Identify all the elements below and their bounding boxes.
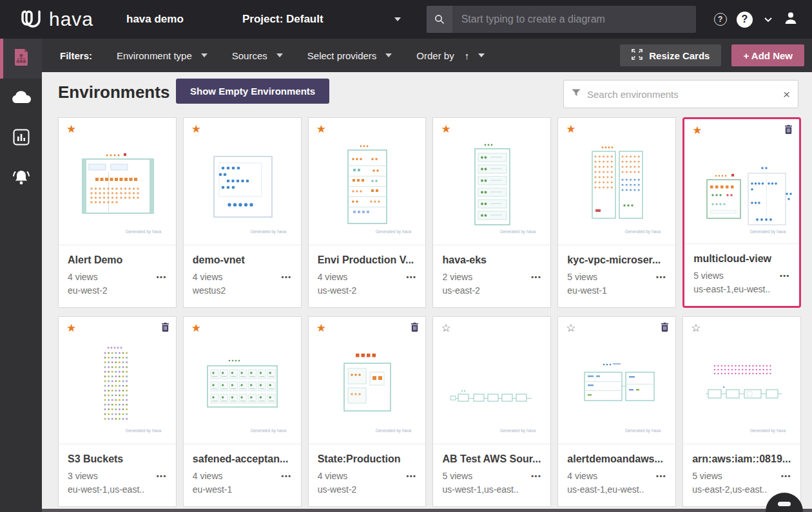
account-chevron-icon[interactable] [764,14,772,25]
environment-card[interactable]: ★Generated by havademo-vnet4 views•••wes… [183,117,302,308]
environment-thumbnail[interactable]: Generated by hava [558,132,675,245]
card-footer: Alert Demo4 views•••eu-west-2 [59,245,176,307]
environment-thumbnail[interactable]: Generated by hava [433,331,550,444]
card-menu-icon[interactable]: ••• [282,273,292,281]
card-footer: alertdemoandaws...4 views•••us-east-1,eu… [558,444,675,506]
filters-label: Filters: [60,50,92,61]
show-empty-environments-button[interactable]: Show Empty Environments [176,79,329,104]
card-menu-icon[interactable]: ••• [406,472,416,480]
environment-thumbnail[interactable]: Generated by hava [184,132,301,245]
card-menu-icon[interactable]: ••• [531,472,541,480]
svg-text:Generated by hava: Generated by hava [500,428,536,433]
regions-label: us-east-1,eu-west.. [567,484,666,495]
card-menu-icon[interactable]: ••• [656,472,666,480]
svg-text:Generated by hava: Generated by hava [126,229,162,234]
filter-sources[interactable]: Sources [232,50,283,61]
project-selector[interactable]: Project: Default [242,13,401,26]
card-menu-icon[interactable]: ••• [157,273,167,281]
chevron-down-icon [276,53,283,57]
regions-label: us-west-2 [318,484,417,495]
regions-label: eu-west-1 [193,484,292,495]
order-by-control[interactable]: Order by ↑ [416,50,485,61]
views-count: 4 views [193,471,223,481]
environment-thumbnail[interactable]: Generated by hava [683,331,800,444]
environment-card[interactable]: ★Generated by havasafened-acceptan...4 v… [183,316,302,507]
svg-text:Generated by hava: Generated by hava [375,229,411,234]
environment-card[interactable]: ★Generated by havaAlert Demo4 views•••eu… [58,117,177,308]
environment-card[interactable]: ★Generated by havaState:Production4 view… [308,316,427,507]
hava-logo[interactable]: hava [18,5,108,33]
svg-text:Generated by hava: Generated by hava [375,428,411,433]
environment-card[interactable]: ☆Generated by havaalertdemoandaws...4 vi… [557,316,676,507]
card-footer: Envi Production V...4 views•••us-west-2 [309,245,426,307]
environments-search-input[interactable] [587,89,783,100]
card-menu-icon[interactable]: ••• [531,273,541,281]
resize-cards-button[interactable]: Resize Cards [620,44,721,66]
environments-doc-icon [13,48,30,70]
create-diagram-input[interactable] [452,6,696,33]
environment-title: AB Test AWS Sour... [442,453,541,465]
filter-sources-label: Sources [232,50,267,61]
environment-thumbnail[interactable]: Generated by hava [684,133,799,243]
environment-card[interactable]: ★Generated by havahava-eks2 views•••us-e… [432,117,551,308]
add-new-button[interactable]: + Add New [731,44,804,66]
environment-card[interactable]: ☆Generated by havaarn:aws:iam::0819...5 … [682,316,801,507]
card-menu-icon[interactable]: ••• [282,472,292,480]
environment-card-grid: ★Generated by havaAlert Demo4 views•••eu… [58,117,801,507]
regions-label: eu-west-2 [68,285,167,296]
regions-label: us-east-2 [442,285,541,296]
filter-environment-type[interactable]: Environment type [117,50,208,61]
svg-text:Generated by hava: Generated by hava [625,428,661,433]
environment-thumbnail[interactable]: Generated by hava [184,331,301,444]
sidebar-item-usage[interactable] [0,119,42,158]
create-diagram-search[interactable] [427,6,696,33]
card-menu-icon[interactable]: ••• [406,273,416,281]
card-menu-icon[interactable]: ••• [780,272,790,280]
filter-providers[interactable]: Select providers [307,50,392,61]
svg-text:Generated by hava: Generated by hava [625,229,661,234]
top-header: hava hava demo Project: Default ? ? [0,0,812,39]
environment-card[interactable]: ★Generated by havaEnvi Production V...4 … [308,117,427,308]
card-footer: S3 Buckets3 views•••eu-west-1,us-east.. [59,444,176,506]
order-by-label: Order by [416,50,454,61]
sidebar-item-sources[interactable] [0,79,42,119]
environment-thumbnail[interactable]: Generated by hava [309,331,426,444]
filter-environment-type-label: Environment type [117,50,192,61]
sidebar-item-environments[interactable] [0,39,42,79]
card-menu-icon[interactable]: ••• [781,472,791,480]
environments-page: Environments Show Empty Environments × ★… [42,72,812,512]
environments-search-box[interactable]: × [563,80,798,108]
environment-thumbnail[interactable]: Generated by hava [59,331,176,444]
sidebar [0,39,42,512]
svg-text:Generated by hava: Generated by hava [750,229,786,234]
expand-icon [632,49,643,62]
environment-title: safened-acceptan... [193,453,292,465]
environment-card[interactable]: ☆Generated by havaAB Test AWS Sour...5 v… [432,316,551,507]
environment-card[interactable]: ★Generated by havaS3 Buckets3 views•••eu… [58,316,177,507]
user-icon[interactable] [784,11,798,28]
environment-title: hava-eks [442,254,541,266]
regions-label: eu-west-1,us-east.. [68,484,167,495]
page-title: Environments [58,82,169,102]
views-count: 3 views [68,471,98,481]
environment-thumbnail[interactable]: Generated by hava [558,331,675,444]
regions-label: eu-west-1 [567,285,666,296]
help-filled-icon[interactable]: ? [737,12,753,28]
card-menu-icon[interactable]: ••• [157,472,167,480]
clear-search-icon[interactable]: × [783,88,790,100]
environment-thumbnail[interactable]: Generated by hava [309,132,426,245]
views-count: 4 views [318,471,348,481]
project-selector-label: Project: Default [242,13,324,26]
environment-card[interactable]: ★Generated by havamulticloud-view5 views… [682,117,801,308]
help-outline-icon[interactable]: ? [714,13,727,26]
environment-card[interactable]: ★Generated by havakyc-vpc-microser...5 v… [557,117,676,308]
environment-thumbnail[interactable]: Generated by hava [59,132,176,245]
svg-text:Generated by hava: Generated by hava [250,229,286,234]
brand-text: hava [49,8,93,30]
environment-thumbnail[interactable]: Generated by hava [433,132,550,245]
card-menu-icon[interactable]: ••• [656,273,666,281]
regions-label: westus2 [193,285,292,296]
regions-label: us-east-1,eu-west.. [693,284,790,294]
sidebar-item-alerts[interactable] [0,158,42,198]
sort-ascending-icon[interactable]: ↑ [465,50,470,61]
